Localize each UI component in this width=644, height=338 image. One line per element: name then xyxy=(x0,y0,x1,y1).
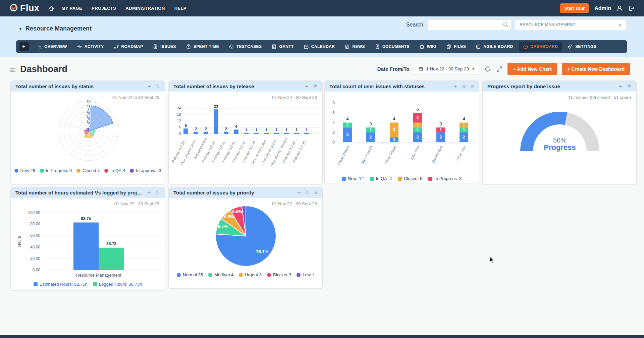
testcases-icon xyxy=(229,44,234,49)
svg-text:0: 0 xyxy=(179,131,181,135)
add-icon[interactable]: + xyxy=(453,83,457,90)
create-new-dashboard-button[interactable]: + Create New Dashboard xyxy=(562,63,630,75)
tab-agile-board[interactable]: AGILE BOARD xyxy=(472,42,517,52)
legend-item[interactable]: Blocker:3 xyxy=(267,272,291,277)
svg-text:2: 2 xyxy=(417,115,419,120)
close-icon[interactable]: × xyxy=(314,189,318,196)
tab-news[interactable]: NEWS xyxy=(340,42,369,52)
tab-gantt[interactable]: GANTT xyxy=(267,42,298,52)
tab-documents[interactable]: DOCUMENTS xyxy=(371,42,414,52)
legend-swatch xyxy=(76,169,80,173)
search-label: Search: xyxy=(406,22,425,28)
close-icon[interactable]: × xyxy=(470,83,474,90)
svg-text:1: 1 xyxy=(285,128,287,132)
menu-administration[interactable]: ADMINISTRATION xyxy=(125,6,165,11)
roadmap-icon xyxy=(114,44,119,49)
legend-item[interactable]: New:26 xyxy=(14,168,35,173)
legend-item[interactable]: Closed:7 xyxy=(76,168,100,173)
legend-item[interactable]: In QA: 4 xyxy=(370,176,392,181)
navbar-right: Start Tour Admin xyxy=(560,3,635,13)
project-switcher[interactable]: ▼ Resource Management xyxy=(18,25,92,32)
tab-overview[interactable]: OVERVIEW xyxy=(33,42,71,52)
svg-text:1: 1 xyxy=(245,128,247,132)
card-title: Total count of user issues with statuses xyxy=(329,83,449,89)
svg-text:2: 2 xyxy=(370,135,372,139)
legend-item[interactable]: In QA:4 xyxy=(104,168,125,173)
legend-item[interactable]: Logged Hours: 38.73h xyxy=(93,282,142,287)
gear-icon[interactable] xyxy=(461,84,466,89)
legend-swatch xyxy=(428,177,432,181)
svg-text:2: 2 xyxy=(440,135,442,139)
project-select[interactable]: RESOURCE MANAGEMENT ∨ xyxy=(515,19,627,30)
tab-activity[interactable]: ACTIVITY xyxy=(73,42,108,52)
project-band: ▼ Resource Management Search: RESOURCE M… xyxy=(0,16,644,57)
legend-item[interactable]: Estimated Hours: 82.75h xyxy=(34,282,88,287)
svg-text:David Wilson: David Wilson xyxy=(336,145,350,166)
current-user-label[interactable]: Admin xyxy=(594,5,611,11)
add-new-chart-button[interactable]: + Add New Chart xyxy=(507,63,557,75)
legend-item[interactable]: Urgent:3 xyxy=(239,272,262,277)
screen: Flux MY PAGE PROJECTS ADMINISTRATION HEL… xyxy=(0,0,644,338)
legend-item[interactable]: Low:1 xyxy=(297,272,314,277)
legend-swatch xyxy=(40,169,44,173)
legend-item[interactable]: Normal:35 xyxy=(177,272,203,277)
legend-item[interactable]: Medium:4 xyxy=(208,272,233,277)
legend-item[interactable]: In Progress: 3 xyxy=(428,176,462,181)
card-title: Total number of issues by release xyxy=(173,83,301,89)
logout-icon[interactable] xyxy=(628,5,635,11)
user-icon[interactable] xyxy=(616,5,623,11)
svg-text:1: 1 xyxy=(417,123,419,127)
svg-text:1: 1 xyxy=(346,123,349,127)
gear-icon[interactable] xyxy=(627,84,632,89)
flux-logo[interactable]: Flux xyxy=(9,3,40,13)
add-icon[interactable]: + xyxy=(619,83,623,90)
legend-item[interactable]: In approval:3 xyxy=(130,168,161,173)
svg-text:0.00: 0.00 xyxy=(33,268,41,272)
gear-icon[interactable] xyxy=(305,190,310,195)
tab-dashboard[interactable]: DASHBOARD xyxy=(519,42,562,52)
overview-icon xyxy=(37,44,42,49)
caret-down-icon: ▼ xyxy=(18,26,22,31)
svg-text:Olive Yew: Olive Yew xyxy=(455,145,467,161)
tab-settings[interactable]: SETTINGS xyxy=(564,42,600,52)
home-icon[interactable] xyxy=(48,5,54,11)
tab-spent-time[interactable]: SPENT TIME xyxy=(182,42,223,52)
svg-text:John Doe: John Doe xyxy=(409,145,420,161)
tab-roadmap[interactable]: ROADMAP xyxy=(110,42,147,52)
add-icon[interactable]: + xyxy=(147,189,151,196)
start-tour-button[interactable]: Start Tour xyxy=(560,3,589,13)
refresh-icon[interactable] xyxy=(484,65,491,73)
search-input[interactable] xyxy=(428,19,511,30)
chart-legend: New: 12 In QA: 4 Closed: 5 In Progress: … xyxy=(325,176,479,181)
legend-item[interactable]: New: 12 xyxy=(342,176,364,181)
add-icon[interactable]: + xyxy=(147,83,151,90)
tab-issues[interactable]: ISSUES xyxy=(149,42,180,52)
svg-text:38.73: 38.73 xyxy=(106,241,116,246)
add-icon[interactable]: + xyxy=(305,83,309,90)
gear-icon[interactable] xyxy=(155,190,160,195)
svg-text:3: 3 xyxy=(346,132,349,137)
gear-icon[interactable] xyxy=(155,84,160,89)
legend-item[interactable]: In Progress:6 xyxy=(40,168,72,173)
search-icon[interactable] xyxy=(503,22,508,29)
tab-files[interactable]: FILES xyxy=(442,42,470,52)
svg-text:20: 20 xyxy=(87,109,91,113)
sidebar-toggle-icon[interactable] xyxy=(10,68,16,74)
menu-my-page[interactable]: MY PAGE xyxy=(62,6,83,11)
add-icon[interactable]: + xyxy=(297,189,301,196)
tab-testcases[interactable]: TESTCASES xyxy=(225,42,266,52)
legend-swatch xyxy=(342,177,346,181)
svg-text:6.5%: 6.5% xyxy=(224,214,234,219)
svg-text:1: 1 xyxy=(393,137,395,142)
agile-board-icon xyxy=(476,44,481,49)
add-tab-button[interactable]: + xyxy=(19,42,29,51)
date-range-picker[interactable]: 1 Nov 22 - 30 Sep 23 ▼ xyxy=(414,64,479,74)
legend-item[interactable]: Closed: 5 xyxy=(398,176,422,181)
tab-wiki[interactable]: WIKI xyxy=(415,42,440,52)
search-area: Search: RESOURCE MANAGEMENT ∨ xyxy=(406,19,627,30)
gear-icon[interactable] xyxy=(313,84,318,89)
menu-projects[interactable]: PROJECTS xyxy=(92,6,116,11)
fullscreen-icon[interactable] xyxy=(496,66,503,72)
menu-help[interactable]: HELP xyxy=(174,6,186,11)
tab-calendar[interactable]: CALENDAR xyxy=(300,42,339,52)
